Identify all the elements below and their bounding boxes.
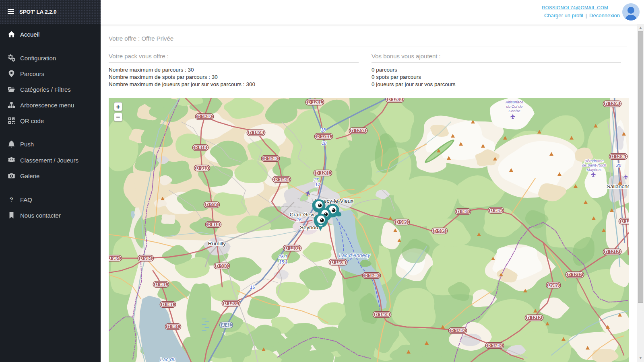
svg-text:Altisurface: Altisurface (505, 100, 523, 104)
svg-text:D 1203: D 1203 (351, 128, 365, 133)
svg-text:D 1201: D 1201 (285, 246, 299, 251)
svg-text:Seynod: Seynod (300, 224, 318, 230)
svg-text:Rumilly: Rumilly (208, 241, 226, 247)
svg-text:D 1201: D 1201 (224, 301, 238, 306)
svg-text:D 910: D 910 (206, 202, 217, 207)
svg-text:D 1201: D 1201 (316, 134, 330, 139)
svg-text:D 991: D 991 (155, 282, 167, 287)
svg-text:D 909: D 909 (396, 220, 407, 224)
svg-text:17: 17 (314, 177, 319, 182)
svg-text:D 991: D 991 (167, 324, 179, 329)
svg-text:D 1205: D 1205 (611, 154, 625, 159)
svg-text:D 909: D 909 (457, 209, 469, 214)
svg-text:15.1: 15.1 (279, 254, 287, 259)
svg-text:D 909: D 909 (490, 208, 502, 213)
svg-text:Lac du: Lac du (160, 356, 175, 362)
svg-text:20: 20 (616, 163, 621, 168)
svg-text:D 1508: D 1508 (249, 130, 263, 135)
svg-text:D909: D909 (548, 283, 559, 288)
svg-text:D 904: D 904 (140, 256, 152, 261)
svg-text:A 41: A 41 (222, 323, 231, 327)
svg-text:18: 18 (322, 141, 327, 146)
svg-text:du Col de: du Col de (506, 104, 523, 109)
svg-text:D 1508: D 1508 (487, 343, 502, 348)
svg-text:D 910: D 910 (216, 263, 227, 268)
svg-text:D 909: D 909 (433, 228, 445, 233)
svg-text:17: 17 (315, 182, 320, 187)
svg-text:Aérodrome: Aérodrome (584, 158, 604, 163)
svg-text:D 910: D 910 (207, 222, 219, 227)
svg-text:D 1508: D 1508 (263, 156, 277, 161)
svg-text:D 1508: D 1508 (197, 114, 211, 119)
svg-text:D 1508: D 1508 (275, 177, 289, 182)
svg-text:D 1212: D 1212 (605, 249, 619, 254)
svg-text:16: 16 (297, 217, 302, 222)
svg-text:D 1508: D 1508 (331, 260, 345, 265)
svg-text:de Saint-Roch: de Saint-Roch (582, 163, 606, 167)
svg-text:Lac d'Annecy: Lac d'Annecy (339, 252, 371, 258)
svg-text:18: 18 (321, 128, 326, 132)
svg-text:D 1212: D 1212 (527, 315, 541, 320)
svg-text:D 910: D 910 (194, 145, 206, 150)
svg-text:D 910: D 910 (196, 166, 208, 171)
svg-text:D 1205: D 1205 (605, 101, 619, 106)
svg-text:D 12: D 12 (621, 219, 629, 224)
svg-text:15: 15 (250, 285, 255, 290)
svg-text:D 1508: D 1508 (364, 273, 378, 278)
svg-text:D 1201: D 1201 (316, 171, 330, 175)
svg-text:D 1212: D 1212 (568, 272, 582, 277)
svg-text:Mayères: Mayères (587, 167, 602, 172)
svg-text:D 1201: D 1201 (308, 100, 322, 105)
svg-text:D 1508: D 1508 (375, 312, 389, 317)
svg-text:D 991: D 991 (162, 302, 173, 307)
svg-text:15.1: 15.1 (279, 259, 287, 264)
svg-text:Cran-Gevr: Cran-Gevr (289, 212, 315, 218)
svg-text:?: ? (10, 196, 13, 203)
svg-text:D 1508: D 1508 (450, 328, 464, 333)
svg-text:D 904: D 904 (109, 256, 120, 261)
svg-text:D 1203: D 1203 (388, 98, 402, 102)
svg-text:Sallanches: Sallanches (607, 183, 629, 189)
svg-text:Cenise: Cenise (508, 109, 520, 113)
